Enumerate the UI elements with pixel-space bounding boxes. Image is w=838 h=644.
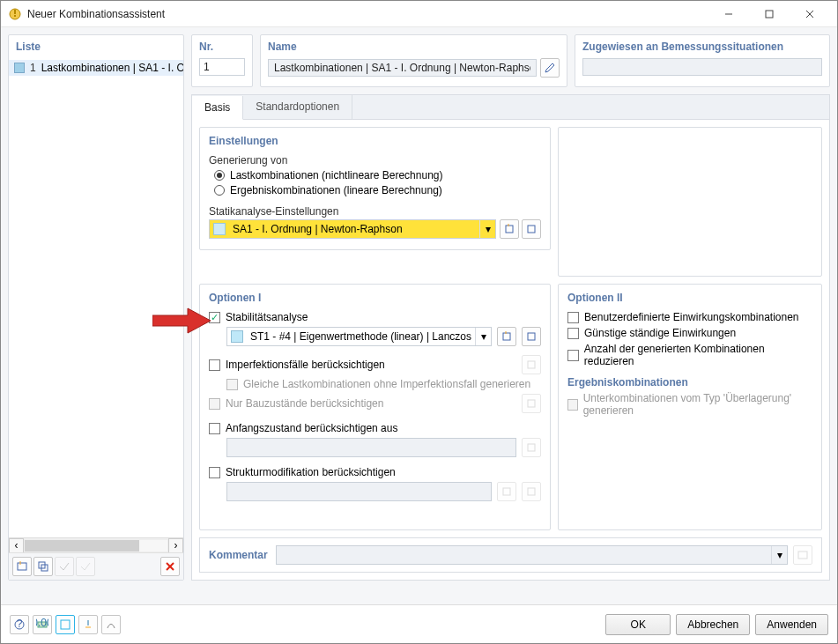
- optionen-i-section: Optionen I Stabilitätsanalyse: [199, 284, 551, 530]
- statik-edit-button[interactable]: [522, 219, 541, 239]
- tabs: Basis Standardoptionen Einstellungen Gen…: [191, 94, 830, 581]
- combo-swatch: [231, 330, 243, 343]
- initial-state-row[interactable]: Anfangszustand berücksichtigen aus: [209, 422, 541, 434]
- svg-rect-15: [528, 226, 535, 233]
- svg-rect-22: [503, 488, 510, 495]
- tab-standardoptionen[interactable]: Standardoptionen: [243, 95, 352, 119]
- struct-mod-combo[interactable]: [226, 482, 492, 501]
- number-panel: Nr.: [191, 34, 253, 87]
- list-item-swatch: [14, 63, 25, 73]
- imperfection-button[interactable]: [522, 355, 541, 374]
- delete-entry-button[interactable]: [160, 557, 180, 576]
- list-panel: Liste 1 Lastkombinationen | SA1 - I. Ord…: [8, 34, 184, 581]
- einstellungen-section: Einstellungen Generierung von Lastkombin…: [199, 127, 551, 250]
- list-item[interactable]: 1 Lastkombinationen | SA1 - I. Ordnung: [9, 60, 183, 76]
- scroll-track[interactable]: [24, 539, 168, 552]
- statik-new-button[interactable]: [500, 219, 519, 239]
- titlebar: Neuer Kombinationsassistent: [1, 1, 837, 27]
- dialog-window: Neuer Kombinationsassistent Liste 1 Last…: [0, 0, 838, 644]
- check-all-button[interactable]: [55, 557, 74, 576]
- struct-mod-new-button[interactable]: [497, 482, 516, 501]
- scroll-thumb[interactable]: [25, 540, 139, 551]
- stability-new-button[interactable]: [497, 327, 516, 346]
- struct-mod-label: Strukturmodifikation berücksichtigen: [226, 466, 396, 478]
- list-item-label: Lastkombinationen | SA1 - I. Ordnung: [41, 62, 183, 74]
- footer-settings-button[interactable]: [101, 615, 121, 634]
- kommentar-combo[interactable]: ▾: [276, 545, 788, 565]
- footer-help-button[interactable]: ?: [10, 615, 29, 634]
- svg-rect-16: [503, 333, 510, 340]
- footer-units-button[interactable]: 0.00: [33, 615, 52, 634]
- subcomb-row: Unterkombinationen vom Typ 'Überlagerung…: [567, 392, 812, 417]
- dialog-footer: ? 0.00 OK Abbrechen Anwenden: [1, 604, 837, 643]
- maximize-button[interactable]: [749, 1, 790, 27]
- svg-text:0.00: 0.00: [36, 618, 48, 629]
- combo-swatch: [213, 223, 226, 235]
- footer-color-button[interactable]: [56, 615, 75, 634]
- reduce-row[interactable]: Anzahl der generierten Kombinationen red…: [567, 343, 812, 367]
- tab-basis[interactable]: Basis: [192, 96, 243, 120]
- radio-lk-label: Lastkombinationen (nichtlineare Berechnu…: [230, 169, 442, 181]
- header-fields: Nr. Name Zugewiesen an Bemessungssituati…: [191, 34, 830, 87]
- struct-mod-edit-button[interactable]: [522, 482, 541, 501]
- checkbox-icon: [209, 312, 220, 323]
- bauzustaende-button[interactable]: [522, 394, 541, 413]
- list-box[interactable]: 1 Lastkombinationen | SA1 - I. Ordnung: [9, 60, 183, 537]
- list-header: Liste: [9, 35, 183, 55]
- cancel-label: Abbrechen: [687, 618, 738, 631]
- minimize-button[interactable]: [708, 1, 749, 27]
- checkbox-icon: [209, 398, 220, 410]
- favorable-label: Günstige ständige Einwirkungen: [584, 327, 736, 339]
- initial-state-combo[interactable]: [226, 438, 516, 457]
- cancel-button[interactable]: Abbrechen: [676, 614, 750, 635]
- kommentar-section: Kommentar ▾: [199, 537, 822, 573]
- close-button[interactable]: [790, 1, 830, 27]
- stability-label: Stabilitätsanalyse: [226, 311, 308, 323]
- initial-state-label: Anfangszustand berücksichtigen aus: [226, 422, 397, 434]
- edit-name-button[interactable]: [540, 58, 560, 78]
- struct-mod-row[interactable]: Strukturmodifikation berücksichtigen: [209, 466, 541, 478]
- new-entry-button[interactable]: [12, 557, 32, 576]
- list-toolbar: [9, 552, 183, 580]
- apply-button[interactable]: Anwenden: [755, 614, 828, 635]
- favorable-row[interactable]: Günstige ständige Einwirkungen: [567, 327, 812, 339]
- svg-rect-7: [18, 563, 26, 570]
- dialog-body: Liste 1 Lastkombinationen | SA1 - I. Ord…: [1, 27, 837, 604]
- kommentar-edit-button[interactable]: [793, 545, 812, 565]
- name-input[interactable]: [268, 59, 537, 77]
- user-comb-row[interactable]: Benutzerdefinierte Einwirkungskombinatio…: [567, 311, 812, 323]
- uncheck-all-button[interactable]: [76, 557, 95, 576]
- footer-pick-button[interactable]: [78, 615, 98, 634]
- checkbox-icon: [226, 379, 238, 390]
- svg-rect-19: [528, 361, 535, 368]
- number-label: Nr.: [199, 41, 245, 53]
- copy-entry-button[interactable]: [33, 557, 53, 576]
- radio-lastkombinationen[interactable]: Lastkombinationen (nichtlineare Berechnu…: [214, 169, 541, 181]
- scroll-right-icon[interactable]: ›: [168, 538, 183, 553]
- statik-combo[interactable]: SA1 - I. Ordnung | Newton-Raphson ▾: [209, 219, 496, 239]
- ok-button[interactable]: OK: [605, 614, 671, 635]
- svg-rect-13: [506, 226, 513, 233]
- radio-ergebniskombinationen[interactable]: Ergebniskombinationen (lineare Berechnun…: [214, 184, 541, 196]
- checkbox-icon: [209, 467, 220, 478]
- checkbox-icon: [567, 312, 579, 323]
- svg-rect-4: [766, 11, 773, 18]
- stability-edit-button[interactable]: [522, 327, 541, 346]
- einstellungen-header: Einstellungen: [209, 135, 541, 147]
- stability-combo[interactable]: ST1 - #4 | Eigenwertmethode (linear) | L…: [226, 327, 492, 346]
- list-item-number: 1: [30, 62, 36, 74]
- chevron-down-icon: ▾: [475, 328, 491, 345]
- scroll-left-icon[interactable]: ‹: [9, 538, 24, 553]
- statik-label: Statikanalyse-Einstellungen: [209, 205, 541, 218]
- imperfection-sub-row: Gleiche Lastkombinationen ohne Imperfekt…: [226, 378, 541, 390]
- list-horizontal-scrollbar[interactable]: ‹ ›: [9, 537, 183, 552]
- radio-icon: [214, 170, 225, 181]
- checkbox-icon: [209, 359, 220, 371]
- stability-checkbox-row[interactable]: Stabilitätsanalyse: [209, 311, 541, 323]
- assign-input[interactable]: [582, 58, 822, 76]
- checkbox-icon: [567, 350, 579, 361]
- number-input[interactable]: [199, 58, 245, 76]
- svg-rect-29: [61, 620, 70, 629]
- imperfection-checkbox-row[interactable]: Imperfektionsfälle berücksichtigen: [209, 355, 541, 374]
- initial-state-button[interactable]: [522, 438, 541, 457]
